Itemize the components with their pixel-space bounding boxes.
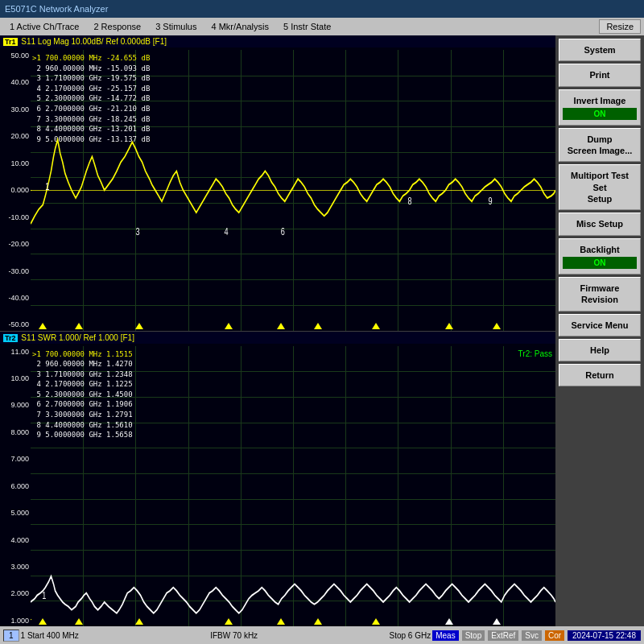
marker-tri-2 bbox=[75, 323, 83, 329]
service-menu-button[interactable]: Service Menu bbox=[559, 314, 641, 336]
resize-button[interactable]: Resize bbox=[599, 19, 641, 34]
svg-text:3: 3 bbox=[135, 226, 139, 237]
tr1-label: Tr1 bbox=[3, 38, 18, 46]
chart-top-y-axis: 50.00 40.00 30.00 20.00 10.00 0.000 -10.… bbox=[0, 50, 31, 331]
menu-stimulus[interactable]: 3 Stimulus bbox=[149, 20, 203, 33]
svg-text:8: 8 bbox=[408, 196, 412, 207]
menu-response[interactable]: 2 Response bbox=[87, 20, 147, 33]
print-button[interactable]: Print bbox=[559, 64, 641, 86]
marker-tri-4 bbox=[225, 323, 233, 329]
marker-tri-1 bbox=[39, 323, 47, 329]
status-stop: Stop 6 GHz bbox=[389, 631, 431, 640]
chart-bottom-trace: 1 bbox=[31, 346, 555, 627]
marker-tri-b1 bbox=[39, 618, 47, 625]
marker-tri-b2 bbox=[75, 618, 83, 625]
status-ifbw: IFBW 70 kHz bbox=[80, 631, 388, 640]
svg-text:1: 1 bbox=[42, 589, 46, 601]
chart-bottom-header: Tr2 S11 SWR 1.000/ Ref 1.000 [F1] bbox=[0, 332, 555, 344]
chart-bottom-canvas: ► Tr2: Pass >1 700.00000 MHz 1.1515 2 96… bbox=[31, 346, 555, 627]
marker-tri-9 bbox=[493, 323, 501, 329]
status-channel: 1 bbox=[3, 630, 19, 642]
status-extref-badge: ExtRef bbox=[488, 630, 518, 641]
marker-tri-b6 bbox=[314, 618, 322, 625]
marker-tri-3 bbox=[135, 323, 143, 329]
chart-top: Tr1 S11 Log Mag 10.00dB/ Ref 0.000dB [F1… bbox=[0, 35, 555, 332]
status-meas-badge: Meas bbox=[432, 630, 458, 641]
menu-bar: 1 Active Ch/Trace 2 Response 3 Stimulus … bbox=[0, 18, 644, 35]
return-button[interactable]: Return bbox=[559, 364, 641, 386]
chart-bottom: Tr2 S11 SWR 1.000/ Ref 1.000 [F1] 11.00 … bbox=[0, 332, 555, 627]
menu-instr-state[interactable]: 5 Instr State bbox=[277, 20, 337, 33]
help-button[interactable]: Help bbox=[559, 339, 641, 361]
marker-tri-b4 bbox=[225, 618, 233, 625]
menu-mkr-analysis[interactable]: 4 Mkr/Analysis bbox=[204, 20, 275, 33]
chart-bottom-body: 11.00 10.00 9.000 8.000 7.000 6.000 5.00… bbox=[0, 346, 555, 627]
firmware-revision-button[interactable]: FirmwareRevision bbox=[559, 277, 641, 312]
menu-active-ch[interactable]: 1 Active Ch/Trace bbox=[3, 20, 85, 33]
chart-top-title: S11 Log Mag 10.00dB/ Ref 0.000dB [F1] bbox=[21, 37, 167, 46]
right-panel: System Print Invert Image ON DumpScreen … bbox=[555, 35, 644, 626]
marker-tri-b8 bbox=[445, 618, 453, 625]
marker-tri-6 bbox=[314, 323, 322, 329]
system-button[interactable]: System bbox=[559, 39, 641, 61]
marker-tri-b5 bbox=[277, 618, 285, 625]
tr2-label: Tr2 bbox=[3, 334, 18, 342]
main-layout: Tr1 S11 Log Mag 10.00dB/ Ref 0.000dB [F1… bbox=[0, 35, 644, 626]
status-bar: 1 1 Start 400 MHz IFBW 70 kHz Stop 6 GHz… bbox=[0, 626, 644, 644]
marker-tri-8 bbox=[445, 323, 453, 329]
chart-area: Tr1 S11 Log Mag 10.00dB/ Ref 0.000dB [F1… bbox=[0, 35, 555, 626]
marker-tri-7 bbox=[372, 323, 380, 329]
status-right: Meas Stop ExtRef Svc Cor 2024-07-15 22:4… bbox=[432, 630, 641, 641]
chart-top-canvas: ► >1 700.00000 MHz -24.655 dB 2 960.0000… bbox=[31, 50, 555, 331]
title-bar: E5071C Network Analyzer bbox=[0, 0, 644, 18]
chart-top-body: 50.00 40.00 30.00 20.00 10.00 0.000 -10.… bbox=[0, 50, 555, 331]
status-stop-badge: Stop bbox=[462, 630, 485, 641]
chart-bottom-title: S11 SWR 1.000/ Ref 1.000 [F1] bbox=[21, 333, 134, 342]
invert-image-toggle: ON bbox=[563, 108, 637, 120]
dump-screen-button[interactable]: DumpScreen Image... bbox=[559, 128, 641, 163]
backlight-button[interactable]: Backlight ON bbox=[559, 238, 641, 275]
marker-tri-b3 bbox=[135, 618, 143, 625]
marker-tri-b7 bbox=[372, 618, 380, 625]
svg-text:9: 9 bbox=[488, 196, 492, 207]
marker-tri-b9 bbox=[493, 618, 501, 625]
status-cor-badge: Cor bbox=[545, 630, 564, 641]
marker-tri-5 bbox=[277, 323, 285, 329]
svg-text:1: 1 bbox=[45, 181, 49, 192]
status-time: 2024-07-15 22:48 bbox=[568, 630, 641, 641]
backlight-toggle: ON bbox=[563, 257, 637, 269]
title-text: E5071C Network Analyzer bbox=[5, 4, 108, 14]
misc-setup-button[interactable]: Misc Setup bbox=[559, 213, 641, 235]
chart-top-trace: 1 3 4 6 8 9 bbox=[31, 50, 555, 331]
svg-text:6: 6 bbox=[281, 226, 285, 237]
status-svc-badge: Svc bbox=[522, 630, 542, 641]
chart-top-header: Tr1 S11 Log Mag 10.00dB/ Ref 0.000dB [F1… bbox=[0, 35, 555, 47]
invert-image-button[interactable]: Invert Image ON bbox=[559, 89, 641, 126]
chart-bottom-y-axis: 11.00 10.00 9.000 8.000 7.000 6.000 5.00… bbox=[0, 346, 31, 627]
svg-text:4: 4 bbox=[224, 226, 228, 237]
status-start: 1 Start 400 MHz bbox=[21, 631, 79, 640]
multiport-test-button[interactable]: Multiport Test SetSetup bbox=[559, 164, 641, 210]
